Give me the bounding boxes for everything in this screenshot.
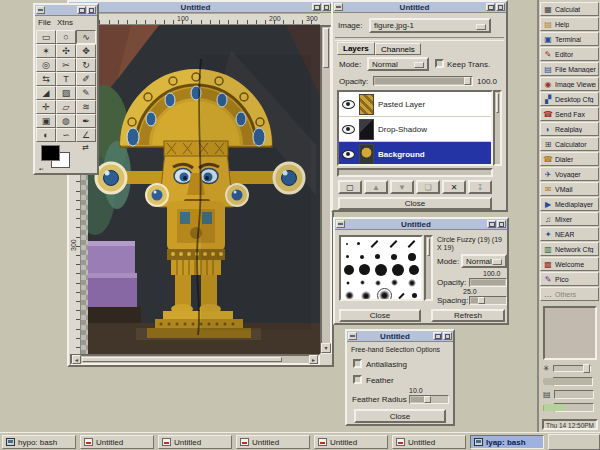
launcher-pico[interactable]: ✎Pico bbox=[540, 272, 599, 286]
launcher-calculat[interactable]: ▦Calculat bbox=[540, 2, 599, 16]
image-canvas[interactable] bbox=[81, 25, 320, 354]
taskbar-untitled-1[interactable]: Untitled bbox=[80, 435, 154, 449]
scroll-down-icon[interactable]: ▾ bbox=[321, 343, 331, 353]
tool-text[interactable]: T bbox=[56, 72, 76, 86]
brush-grid-scrollbar[interactable] bbox=[424, 235, 433, 301]
scroll-left-icon[interactable]: ◂ bbox=[72, 355, 81, 364]
maximize-icon[interactable] bbox=[77, 6, 86, 14]
taskbar-lyap-bash[interactable]: lyap: bash bbox=[470, 435, 544, 449]
close-icon[interactable] bbox=[496, 3, 505, 11]
brushes-dialog-titlebar[interactable]: Untitled bbox=[335, 219, 507, 230]
tool-color-picker[interactable]: ✐ bbox=[76, 72, 96, 86]
layer-row-drop-shadow[interactable]: Drop-Shadow bbox=[339, 117, 491, 142]
launcher-desktop-cfg[interactable]: ▞Desktop Cfg bbox=[540, 92, 599, 106]
brushes-close-button[interactable]: Close bbox=[339, 309, 421, 322]
tool-convolve[interactable]: ◍ bbox=[56, 114, 76, 128]
taskbar-untitled-2[interactable]: Untitled bbox=[158, 435, 232, 449]
antialiasing-checkbox[interactable] bbox=[353, 359, 362, 368]
tool-ink[interactable]: ✒ bbox=[76, 114, 96, 128]
maximize-icon[interactable] bbox=[312, 3, 321, 11]
tool-magnify[interactable]: ◎ bbox=[36, 58, 56, 72]
layers-close-button[interactable]: Close bbox=[338, 197, 492, 210]
launcher-welcome[interactable]: ▩Welcome bbox=[540, 257, 599, 271]
swap-colors-icon[interactable]: ⇄ bbox=[82, 143, 89, 152]
opacity-slider[interactable] bbox=[373, 76, 473, 86]
tool-clone[interactable]: ▣ bbox=[36, 114, 56, 128]
lower-layer-button[interactable]: ▼ bbox=[390, 180, 414, 194]
window-menu-icon[interactable] bbox=[336, 220, 345, 228]
launcher-others[interactable]: …Others bbox=[540, 287, 599, 301]
launcher-vmail[interactable]: ✉VMail bbox=[540, 182, 599, 196]
layers-dialog-titlebar[interactable]: Untitled bbox=[333, 2, 506, 13]
visibility-eye-icon[interactable] bbox=[342, 125, 355, 134]
mode-select[interactable]: Normal bbox=[367, 57, 429, 71]
brush-spacing-slider[interactable] bbox=[469, 296, 507, 305]
h-scroll-thumb[interactable] bbox=[82, 357, 282, 362]
delete-layer-button[interactable]: ✕ bbox=[442, 180, 466, 194]
tool-dodge-burn[interactable]: ◐ bbox=[36, 128, 56, 142]
launcher-help[interactable]: ▤Help bbox=[540, 17, 599, 31]
visibility-eye-icon[interactable] bbox=[342, 100, 355, 109]
default-colors-icon[interactable]: ▪▫ bbox=[39, 166, 43, 172]
taskbar-untitled-4[interactable]: Untitled bbox=[314, 435, 388, 449]
desktop-pager[interactable] bbox=[543, 306, 597, 360]
tool-paintbrush[interactable]: ✛ bbox=[36, 100, 56, 114]
brush-opacity-slider[interactable] bbox=[469, 278, 507, 287]
tool-eraser[interactable]: ▱ bbox=[56, 100, 76, 114]
feather-checkbox[interactable] bbox=[353, 375, 362, 384]
maximize-icon[interactable] bbox=[487, 220, 496, 228]
layer-row-background[interactable]: Background bbox=[339, 142, 491, 166]
selected-brush[interactable] bbox=[379, 290, 390, 301]
close-icon[interactable] bbox=[87, 6, 96, 14]
tool-move[interactable]: ✥ bbox=[76, 44, 96, 58]
tool-ellipse-select[interactable]: ○ bbox=[56, 30, 76, 44]
layer-list-hscrollbar[interactable] bbox=[337, 168, 493, 177]
brush-mode-select[interactable]: Normal bbox=[461, 254, 507, 268]
new-layer-button[interactable]: ▢ bbox=[338, 180, 362, 194]
taskbar-untitled-3[interactable]: Untitled bbox=[236, 435, 310, 449]
launcher-near[interactable]: ✦NEAR bbox=[540, 227, 599, 241]
brushes-refresh-button[interactable]: Refresh bbox=[431, 309, 505, 322]
close-icon[interactable] bbox=[497, 220, 506, 228]
close-icon[interactable] bbox=[322, 3, 331, 11]
visibility-eye-icon[interactable] bbox=[342, 150, 355, 159]
window-menu-icon[interactable] bbox=[348, 332, 357, 340]
file-menu[interactable]: File bbox=[38, 18, 51, 27]
launcher-terminal[interactable]: ▣Terminal bbox=[540, 32, 599, 46]
launcher-realplay[interactable]: ◗Realplay bbox=[540, 122, 599, 136]
taskbar-untitled-5[interactable]: Untitled bbox=[392, 435, 466, 449]
launcher-voyager[interactable]: ✈Voyager bbox=[540, 167, 599, 181]
raise-layer-button[interactable]: ▲ bbox=[364, 180, 388, 194]
tool-pencil[interactable]: ✎ bbox=[76, 86, 96, 100]
options-close-button[interactable]: Close bbox=[354, 409, 446, 423]
tool-blend[interactable]: ▨ bbox=[56, 86, 76, 100]
window-menu-icon[interactable] bbox=[36, 6, 45, 14]
tool-smudge[interactable]: ∽ bbox=[56, 128, 76, 142]
maximize-icon[interactable] bbox=[433, 332, 442, 340]
tool-rect-select[interactable]: ▭ bbox=[36, 30, 56, 44]
tab-layers[interactable]: Layers bbox=[337, 42, 375, 55]
tool-airbrush[interactable]: ≋ bbox=[76, 100, 96, 114]
image-window-titlebar[interactable]: Untitled bbox=[69, 2, 332, 13]
scroll-right-icon[interactable]: ▸ bbox=[309, 355, 318, 364]
maximize-icon[interactable] bbox=[486, 3, 495, 11]
close-icon[interactable] bbox=[443, 332, 452, 340]
tool-transform[interactable]: ↻ bbox=[76, 58, 96, 72]
image-select[interactable]: figure.jpg-1 bbox=[369, 18, 491, 33]
launcher-image-viewer[interactable]: ◉Image Viewer bbox=[540, 77, 599, 91]
launcher-mixer[interactable]: ♫Mixer bbox=[540, 212, 599, 226]
tool-crop[interactable]: ✂ bbox=[56, 58, 76, 72]
tool-bucket-fill[interactable]: ◢ bbox=[36, 86, 56, 100]
anchor-layer-button[interactable]: ↧ bbox=[468, 180, 492, 194]
launcher-file-manager[interactable]: ▤File Manager bbox=[540, 62, 599, 76]
v-scroll-thumb[interactable] bbox=[323, 28, 329, 68]
tool-bezier-select[interactable]: ✣ bbox=[56, 44, 76, 58]
tool-measure[interactable]: ∠ bbox=[76, 128, 96, 142]
options-dialog-titlebar[interactable]: Untitled bbox=[347, 331, 453, 342]
layer-list-scrollbar[interactable] bbox=[493, 90, 502, 166]
launcher-dialer[interactable]: ☎Dialer bbox=[540, 152, 599, 166]
foreground-color-swatch[interactable] bbox=[41, 145, 60, 161]
duplicate-layer-button[interactable]: ❏ bbox=[416, 180, 440, 194]
layer-row-pasted[interactable]: Pasted Layer bbox=[339, 92, 491, 117]
taskbar-hypo-bash[interactable]: hypo: bash bbox=[2, 435, 76, 449]
